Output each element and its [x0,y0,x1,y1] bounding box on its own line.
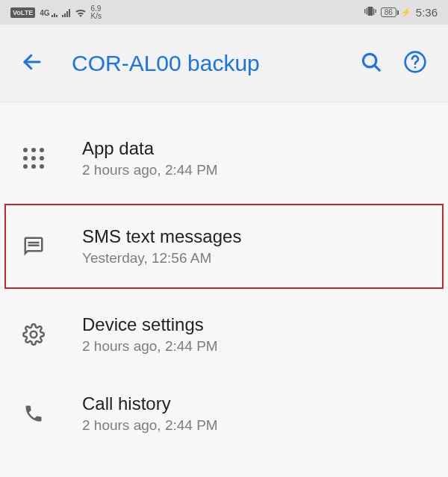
network-type: 4G [40,10,49,17]
message-icon [18,235,49,258]
settings-icon [18,323,49,346]
list-item-sms[interactable]: SMS text messages Yesterday, 12:56 AM [0,198,448,295]
list-item-device-settings[interactable]: Device settings 2 hours ago, 2:44 PM [0,295,448,374]
wifi-icon [75,8,87,17]
item-text: SMS text messages Yesterday, 12:56 AM [82,226,241,266]
list-item-app-data[interactable]: App data 2 hours ago, 2:44 PM [0,119,448,198]
status-right: 86 ⚡ 5:36 [364,6,438,19]
item-title: Call history [82,393,218,414]
data-speed: 6.9 K/s [91,5,102,20]
item-text: Call history 2 hours ago, 2:44 PM [82,393,218,434]
apps-icon [18,148,49,169]
signal-icon [52,8,57,17]
vibrate-icon [364,6,376,19]
battery-indicator: 86 [381,7,396,17]
help-button[interactable] [403,50,427,77]
search-button[interactable] [360,51,382,76]
app-bar: COR-AL00 backup [0,25,448,102]
item-subtitle: Yesterday, 12:56 AM [82,250,241,266]
svg-line-2 [374,65,379,70]
item-subtitle: 2 hours ago, 2:44 PM [82,162,218,178]
status-bar: VoLTE 4G 6.9 K/s 86 ⚡ 5:36 [0,0,448,25]
signal-icon-2 [62,8,70,17]
list-item-call-history[interactable]: Call history 2 hours ago, 2:44 PM [0,374,448,453]
svg-point-5 [31,331,37,338]
page-title: COR-AL00 backup [72,51,360,76]
status-left: VoLTE 4G 6.9 K/s [10,5,102,20]
backup-list: App data 2 hours ago, 2:44 PM SMS text m… [0,102,448,453]
charging-icon: ⚡ [401,7,411,17]
speed-unit: K/s [91,13,102,20]
item-subtitle: 2 hours ago, 2:44 PM [82,417,218,434]
item-subtitle: 2 hours ago, 2:44 PM [82,338,218,355]
svg-point-4 [414,66,417,69]
item-title: Device settings [82,314,218,335]
clock: 5:36 [416,6,438,19]
item-title: App data [82,138,218,159]
back-button[interactable] [21,51,43,76]
item-text: App data 2 hours ago, 2:44 PM [82,138,218,178]
phone-icon [18,403,49,424]
item-text: Device settings 2 hours ago, 2:44 PM [82,314,218,355]
speed-value: 6.9 [91,5,102,13]
item-title: SMS text messages [82,226,241,247]
network-indicator: 4G [40,8,57,17]
volte-badge: VoLTE [10,7,35,18]
